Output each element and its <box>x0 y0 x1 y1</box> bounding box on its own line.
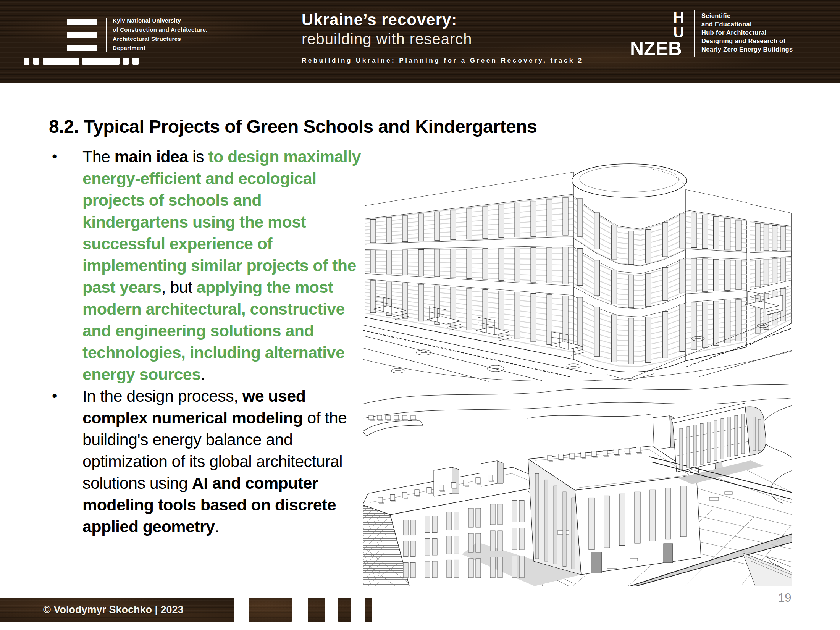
nzeb-word: NZEB <box>630 37 682 60</box>
university-line: of Construction and Architecture. <box>113 25 208 34</box>
bullet-marker: • <box>49 146 82 385</box>
presentation-title: Ukraine’s recovery: rebuilding with rese… <box>302 11 583 65</box>
nzeb-line: Nearly Zero Energy Buildings <box>701 45 793 53</box>
list-item: •In the design process, we used complex … <box>49 385 368 538</box>
ramp <box>743 553 792 586</box>
page-number: 19 <box>778 591 791 605</box>
bullet-text: In the design process, we used complex n… <box>82 385 368 538</box>
footer-wood-block <box>308 598 325 622</box>
logo-divider <box>106 18 107 52</box>
university-line: Kyiv National University <box>113 16 208 25</box>
nzeb-logo: H U NZEB Scientific and Educational Hub … <box>630 10 793 57</box>
campus-aerial-drawing <box>363 382 792 586</box>
text-segment: . <box>200 365 205 383</box>
text-segment: main idea <box>115 147 188 166</box>
title-line-bold: Ukraine’s recovery: <box>302 11 583 29</box>
nzeb-line: Scientific <box>701 11 793 20</box>
title-subtitle: Rebuilding Ukraine: Planning for a Green… <box>302 57 583 65</box>
university-logo-icon <box>67 32 97 38</box>
nzeb-line: Designing and Research of <box>701 37 793 45</box>
text-segment: , but <box>162 278 197 296</box>
text-segment: The <box>82 147 115 166</box>
footer-wood-block <box>249 598 292 622</box>
logo-divider <box>694 10 695 57</box>
page-title: 8.2. Typical Projects of Green Schools a… <box>49 116 537 137</box>
slide: Kyiv National University of Construction… <box>0 0 840 630</box>
title-line-light: rebuilding with research <box>302 31 583 48</box>
nzeb-logo-text: Scientific and Educational Hub for Archi… <box>701 10 793 53</box>
text-segment: is <box>188 147 208 166</box>
footer-wood-block <box>338 598 351 622</box>
nzeb-line: Hub for Architectural <box>701 28 793 37</box>
text-segment: to design maximally energy-efficient and… <box>82 147 361 296</box>
list-item: •The main idea is to design maximally en… <box>49 146 368 385</box>
copyright-text: © Volodymyr Skochko | 2023 <box>0 598 234 622</box>
nzeb-line: and Educational <box>701 20 793 28</box>
university-line: Department <box>113 44 208 53</box>
university-logo-icon <box>67 19 97 25</box>
campus-aerial-rendering <box>363 382 792 586</box>
university-line: Architectural Structures <box>113 34 208 44</box>
university-logo-text: Kyiv National University of Construction… <box>113 16 208 53</box>
text-segment: In the design process, <box>82 387 242 405</box>
text-segment: . <box>215 517 219 536</box>
bullet-text: The main idea is to design maximally ene… <box>82 146 368 385</box>
school-building-drawing <box>363 147 792 382</box>
nzeb-logo-icon: H U NZEB <box>630 10 688 57</box>
university-logo-icon <box>67 45 97 51</box>
bullet-list: •The main idea is to design maximally en… <box>49 146 368 538</box>
copyright-bar: © Volodymyr Skochko | 2023 <box>0 598 234 622</box>
header-banner: Kyiv National University of Construction… <box>0 0 840 83</box>
school-building-rendering <box>363 147 792 382</box>
footer-wood-block <box>365 598 372 622</box>
bullet-marker: • <box>49 385 82 538</box>
